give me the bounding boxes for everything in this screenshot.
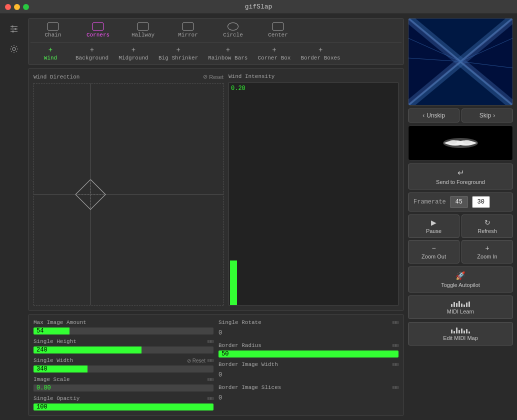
corners-tab-icon — [92, 22, 104, 30]
wind-intensity-panel: Wind Intensity 0.20 — [228, 74, 398, 306]
border-image-slices-midi-icon[interactable]: ⊞⊞ — [392, 384, 398, 390]
image-scale-midi-icon[interactable]: ⊞⊞ — [208, 376, 214, 382]
wind-direction-label: Wind Direction — [34, 74, 80, 80]
border-radius-bar[interactable]: 50 — [218, 350, 398, 358]
single-width-midi-icon[interactable]: ⊞⊞ — [208, 358, 214, 364]
hallway-tab-icon — [138, 22, 148, 30]
unskip-button[interactable]: ‹ Unskip — [408, 108, 460, 122]
svg-point-26 — [463, 140, 471, 144]
image-scale-bar[interactable]: 0.80 — [34, 384, 214, 392]
framerate-label: Framerate — [414, 198, 446, 206]
svg-point-1 — [12, 26, 14, 28]
border-radius-midi-icon[interactable]: ⊞⊞ — [392, 342, 398, 348]
param-border-image-slices: Border Image Slices ⊞⊞ 0 — [218, 384, 398, 404]
wind-direction-panel: Wind Direction ⊘ Reset — [34, 74, 224, 306]
max-image-amount-fill: 54 — [34, 328, 70, 334]
refresh-button[interactable]: ↻ Refresh — [462, 214, 513, 238]
border-image-width-label: Border Image Width — [218, 362, 278, 368]
bottom-panel: Max Image Amount 54 Single Height ⊞⊞ — [28, 314, 404, 416]
single-height-bar[interactable]: 240 — [34, 346, 214, 354]
wind-direction-header: Wind Direction ⊘ Reset — [34, 74, 224, 80]
svg-point-3 — [14, 28, 16, 30]
param-max-image-amount: Max Image Amount 54 — [34, 320, 214, 334]
single-width-reset-button[interactable]: ⊘ Reset — [187, 358, 206, 364]
param-single-rotate: Single Rotate ⊞⊞ 0 — [218, 320, 398, 338]
tab-center[interactable]: Center — [256, 20, 300, 40]
traffic-lights — [5, 4, 29, 10]
ctrl-buttons-row: ▶ Pause ↻ Refresh − Zoom Out + Zoom In — [408, 214, 513, 264]
border-radius-label: Border Radius — [218, 342, 262, 348]
wind-intensity-label: Wind Intensity — [228, 74, 274, 80]
single-width-fill: 340 — [34, 366, 88, 372]
param-image-scale: Image Scale ⊞⊞ 0.80 — [34, 376, 214, 392]
subtab-corner-box[interactable]: + Corner Box — [252, 44, 296, 62]
right-params: Single Rotate ⊞⊞ 0 Border Radius ⊞⊞ 50 — [218, 320, 398, 410]
single-height-midi-icon[interactable]: ⊞⊞ — [208, 338, 214, 344]
framerate-input-2[interactable] — [472, 196, 490, 208]
titlebar: gifSlap — [0, 0, 517, 14]
midi-learn-button[interactable]: MIDI Learn — [408, 296, 513, 319]
subtab-background[interactable]: + Background — [70, 44, 114, 62]
tab-circle[interactable]: Circle — [210, 20, 256, 40]
tab-corners[interactable]: Corners — [76, 20, 120, 40]
wind-direction-reset-button[interactable]: ⊘ Reset — [203, 74, 224, 80]
param-single-height: Single Height ⊞⊞ 240 — [34, 338, 214, 354]
zoom-out-button[interactable]: − Zoom Out — [408, 240, 460, 264]
single-height-fill: 240 — [34, 346, 142, 354]
border-image-width-midi-icon[interactable]: ⊞⊞ — [392, 362, 398, 368]
tab-mirror[interactable]: Mirror — [166, 20, 210, 40]
param-single-width: Single Width ⊘ Reset ⊞⊞ 340 — [34, 358, 214, 372]
subtabs-row: + Wind + Background + Midground + Big Sh… — [30, 44, 402, 62]
wind-crosshair-horizontal — [34, 194, 223, 195]
tab-hallway[interactable]: Hallway — [120, 20, 166, 40]
maximize-button[interactable] — [23, 4, 29, 10]
midi-learn-icon — [451, 300, 470, 307]
single-rotate-midi-icon[interactable]: ⊞⊞ — [392, 320, 398, 326]
param-border-radius: Border Radius ⊞⊞ 50 — [218, 342, 398, 358]
sidebar-gear-icon[interactable] — [7, 42, 21, 56]
pause-button[interactable]: ▶ Pause — [408, 214, 460, 238]
thumbnail — [408, 126, 513, 160]
subtab-wind[interactable]: + Wind — [30, 44, 70, 62]
subtab-midground[interactable]: + Midground — [114, 44, 154, 62]
center-panel: Chain Corners Hallway Mirror Circle — [28, 18, 404, 416]
minimize-button[interactable] — [14, 4, 20, 10]
edit-midi-map-icon — [451, 326, 470, 334]
subtab-big-shrinker[interactable]: + Big Shrinker — [154, 44, 203, 62]
right-panel: ‹ Unskip Skip › ↵ Send to Foreground — [408, 18, 513, 416]
wind-direction-grid[interactable] — [34, 83, 224, 306]
max-image-amount-bar[interactable]: 54 — [34, 328, 214, 334]
border-radius-fill: 50 — [218, 350, 398, 358]
toggle-autopilot-button[interactable]: 🚀 Toggle Autopilot — [408, 266, 513, 292]
skip-button[interactable]: Skip › — [462, 108, 513, 122]
tab-chain[interactable]: Chain — [30, 20, 76, 40]
single-opactiy-bar[interactable]: 100 — [34, 404, 214, 410]
zoom-in-button[interactable]: + Zoom In — [462, 240, 513, 264]
sidebar-sliders-icon[interactable] — [7, 22, 21, 36]
wind-intensity-value: 0.20 — [231, 85, 246, 92]
subtab-border-boxes[interactable]: + Border Boxes — [296, 44, 345, 62]
framerate-row: Framerate — [408, 192, 513, 212]
wind-diamond — [73, 177, 108, 212]
single-width-label: Single Width — [34, 358, 73, 364]
svg-point-5 — [12, 30, 14, 32]
single-opactiy-midi-icon[interactable]: ⊞⊞ — [208, 396, 214, 402]
framerate-input-1[interactable] — [450, 196, 468, 208]
wind-intensity-bar[interactable]: 0.20 — [228, 82, 398, 306]
send-to-foreground-button[interactable]: ↵ Send to Foreground — [408, 164, 513, 190]
single-width-bar[interactable]: 340 — [34, 366, 214, 372]
param-single-opactiy: Single Opactiy ⊞⊞ 100 — [34, 396, 214, 410]
svg-point-25 — [449, 140, 457, 144]
param-border-image-width: Border Image Width ⊞⊞ 0 — [218, 362, 398, 380]
app-title: gifSlap — [245, 3, 272, 10]
border-image-slices-value: 0 — [218, 392, 398, 404]
max-image-amount-label: Max Image Amount — [34, 320, 86, 326]
image-scale-label: Image Scale — [34, 376, 70, 382]
close-button[interactable] — [5, 4, 11, 10]
subtab-rainbow-bars[interactable]: + Rainbow Bars — [203, 44, 252, 62]
skip-row: ‹ Unskip Skip › — [408, 108, 513, 122]
main-layout: Chain Corners Hallway Mirror Circle — [0, 14, 517, 420]
single-opactiy-fill: 100 — [34, 404, 214, 410]
edit-midi-map-button[interactable]: Edit MIDI Map — [408, 322, 513, 346]
left-params: Max Image Amount 54 Single Height ⊞⊞ — [34, 320, 214, 410]
